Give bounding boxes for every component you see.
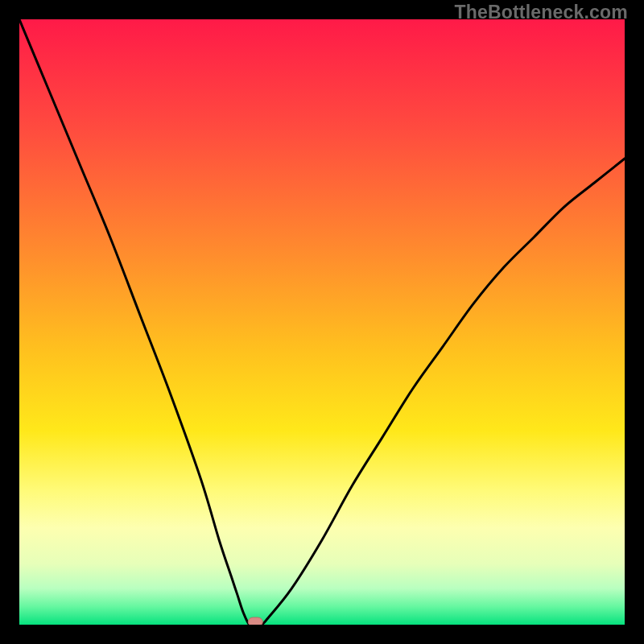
chart-stage: TheBottleneck.com <box>0 0 644 644</box>
min-marker <box>248 617 262 625</box>
watermark-text: TheBottleneck.com <box>454 2 628 23</box>
curve-path <box>19 19 625 625</box>
plot-svg <box>19 19 625 625</box>
plot-area <box>19 19 625 625</box>
